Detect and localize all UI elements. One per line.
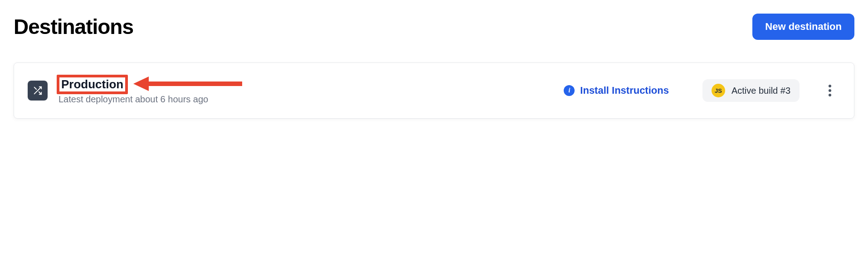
active-build-label: Active build #3 xyxy=(731,86,790,96)
kebab-dot-icon xyxy=(829,94,831,96)
page-header: Destinations New destination xyxy=(14,14,854,40)
js-badge-icon: JS xyxy=(712,84,725,97)
destination-info: Production Latest deployment about 6 hou… xyxy=(59,77,553,105)
shuffle-icon xyxy=(28,81,48,101)
svg-marker-4 xyxy=(133,77,149,91)
destination-name[interactable]: Production xyxy=(59,77,126,92)
destination-meta: Latest deployment about 6 hours ago xyxy=(59,94,553,105)
page-title: Destinations xyxy=(14,14,133,39)
active-build-pill[interactable]: JS Active build #3 xyxy=(702,79,800,102)
new-destination-button[interactable]: New destination xyxy=(752,14,854,40)
annotation-arrow xyxy=(133,73,242,96)
info-icon: i xyxy=(564,85,575,96)
kebab-dot-icon xyxy=(829,89,831,92)
install-instructions-label: Install Instructions xyxy=(580,85,669,96)
svg-line-2 xyxy=(34,87,37,90)
destination-card: Production Latest deployment about 6 hou… xyxy=(14,62,854,119)
more-menu-button[interactable] xyxy=(824,80,836,101)
install-instructions-link[interactable]: i Install Instructions xyxy=(564,85,669,96)
kebab-dot-icon xyxy=(829,85,831,87)
destination-name-wrapper: Production xyxy=(59,77,126,92)
